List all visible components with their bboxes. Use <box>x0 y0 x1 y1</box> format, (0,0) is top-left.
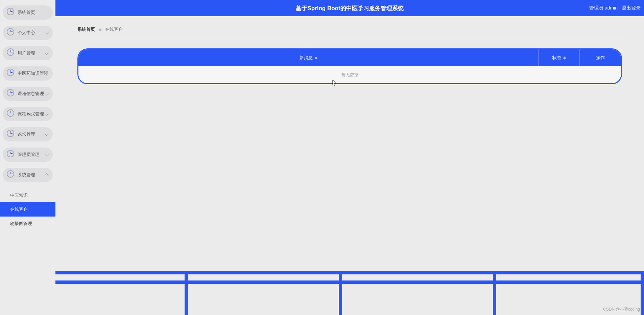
clock-icon <box>7 48 14 56</box>
sidebar-item-label: 论坛管理 <box>18 131 35 137</box>
sidebar-item-users[interactable]: 用户管理 <box>3 46 53 60</box>
sidebar-sub-label: 轮播图管理 <box>10 221 32 227</box>
sidebar-sub-label: 中医知识 <box>10 192 28 198</box>
clock-icon <box>7 170 14 178</box>
sidebar-item-forum[interactable]: 论坛管理 <box>3 127 53 141</box>
chevron-down-icon <box>45 30 48 34</box>
chevron-up-icon <box>45 173 48 177</box>
clock-icon <box>7 150 14 157</box>
header-user-area: 管理员 admin 退出登录 <box>589 5 641 11</box>
table-header-label: 状态 <box>552 55 561 61</box>
sidebar-item-profile[interactable]: 个人中心 <box>3 26 53 40</box>
table-header-row: 新消息 状态 操作 <box>78 49 621 66</box>
clock-icon <box>7 89 14 96</box>
admin-label[interactable]: 管理员 admin <box>589 5 618 11</box>
table-header-action: 操作 <box>580 49 621 66</box>
chevron-down-icon <box>45 91 48 95</box>
sidebar-item-label: 中医药知识管理 <box>18 70 48 76</box>
sidebar-item-label: 系统首页 <box>18 9 35 16</box>
clock-icon <box>7 130 14 137</box>
chevron-down-icon <box>45 112 48 115</box>
sidebar-item-course-info[interactable]: 课程信息管理 <box>3 87 53 101</box>
table-header-message[interactable]: 新消息 <box>78 49 539 66</box>
table-header-label: 新消息 <box>300 55 313 61</box>
table-empty-state: 暂无数据 <box>78 66 621 83</box>
sidebar-item-label: 个人中心 <box>18 30 35 36</box>
clock-icon <box>7 28 14 36</box>
sidebar-item-label: 用户管理 <box>18 50 35 56</box>
chevron-down-icon <box>45 132 48 136</box>
logout-link[interactable]: 退出登录 <box>622 5 641 11</box>
chevron-down-icon <box>45 152 48 156</box>
clock-icon <box>7 69 14 76</box>
sidebar-sub-carousel[interactable]: 轮播图管理 <box>0 217 55 231</box>
sidebar-item-system[interactable]: 系统管理 <box>3 168 53 182</box>
sidebar-sub-online-customer[interactable]: 在线客户 <box>0 202 55 217</box>
table-header-status[interactable]: 状态 <box>539 49 580 66</box>
sidebar-item-admin[interactable]: 管理员管理 <box>3 148 53 162</box>
app-header: 基于Spring Boot的中医学习服务管理系统 管理员 admin 退出登录 <box>55 0 644 16</box>
clock-icon <box>7 109 14 117</box>
clock-icon <box>7 8 14 15</box>
sidebar-item-course-purchase[interactable]: 课程购买管理 <box>3 107 53 121</box>
sidebar-item-home[interactable]: 系统首页 <box>3 5 53 20</box>
sort-icon <box>563 57 566 60</box>
sidebar-item-tcm-knowledge[interactable]: 中医药知识管理 <box>3 66 53 81</box>
breadcrumb-home[interactable]: 系统首页 <box>77 26 95 32</box>
sidebar-item-label: 课程信息管理 <box>18 91 44 97</box>
sort-icon <box>315 57 317 60</box>
chevron-down-icon <box>45 51 48 54</box>
sidebar-sub-label: 在线客户 <box>10 206 28 212</box>
sidebar-item-label: 课程购买管理 <box>18 111 44 117</box>
main-content: 系统首页 ☰ 在线客户 新消息 状态 操作 暂无数据 <box>55 16 644 315</box>
app-title: 基于Spring Boot的中医学习服务管理系统 <box>296 4 403 12</box>
sidebar: 系统首页 个人中心 用户管理 中医药知识管理 课程信息管理 课程购买管理 论坛管… <box>0 0 55 315</box>
breadcrumb: 系统首页 ☰ 在线客户 <box>77 26 622 38</box>
breadcrumb-separator-icon: ☰ <box>98 27 102 32</box>
table-header-label: 操作 <box>596 55 605 61</box>
sidebar-sub-tcm-knowledge[interactable]: 中医知识 <box>0 188 55 202</box>
sidebar-item-label: 管理员管理 <box>18 152 40 158</box>
breadcrumb-current: 在线客户 <box>105 26 123 32</box>
sidebar-item-label: 系统管理 <box>18 172 35 178</box>
watermark-text: CSDN @小蔡coding <box>603 307 640 312</box>
data-table: 新消息 状态 操作 暂无数据 <box>77 48 622 84</box>
